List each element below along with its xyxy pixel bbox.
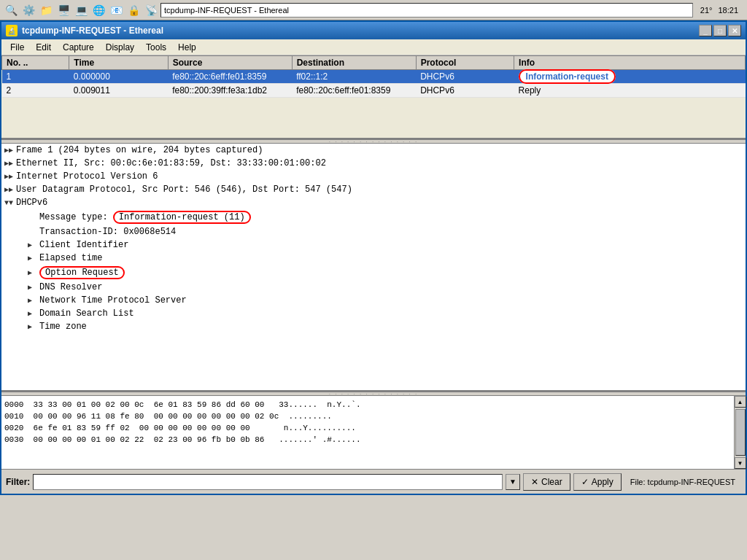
filter-bar: Filter: ▼ ✕ Clear ✓ Apply File: tcpdump-… (1, 469, 746, 494)
tree-arrow-dns: ▶ (28, 283, 36, 292)
scroll-thumb[interactable] (735, 409, 746, 456)
tree-arrow-ntp: ▶ (28, 296, 36, 305)
hex-row-2: 0020 6e fe 01 83 59 ff 02 00 00 00 00 00… (4, 422, 731, 434)
message-type-label: Message type: Information-request (11) (39, 211, 251, 224)
menu-capture[interactable]: Capture (57, 41, 100, 54)
tree-message-type[interactable]: Message type: Information-request (11) (1, 209, 746, 225)
packet-detail: ▶ Frame 1 (204 bytes on wire, 204 bytes … (1, 144, 746, 392)
hex-scrollbar[interactable]: ▲ ▼ (734, 396, 746, 469)
minimize-button[interactable]: _ (699, 25, 712, 36)
tree-transaction-id[interactable]: Transaction-ID: 0x0068e514 (1, 225, 746, 238)
col-source: Source (168, 56, 292, 70)
hex-row-3: 0030 00 00 00 00 01 00 02 22 02 23 00 96… (4, 434, 731, 446)
cell-source: fe80::200:39ff:fe3a:1db2 (168, 84, 292, 98)
filter-label: Filter: (6, 477, 30, 487)
taskbar-icon-1[interactable]: 🔍 (3, 2, 19, 18)
menu-edit[interactable]: Edit (30, 41, 57, 54)
hex-row-1: 0010 00 00 00 96 11 08 fe 80 00 00 00 00… (4, 411, 731, 422)
udp-label: User Datagram Protocol, Src Port: 546 (5… (16, 184, 352, 195)
frame-label: Frame 1 (204 bytes on wire, 204 bytes ca… (16, 145, 263, 155)
taskbar-icon-3[interactable]: 📁 (38, 2, 54, 18)
taskbar-icon-9[interactable]: 📡 (143, 2, 159, 18)
col-time: Time (69, 56, 168, 70)
cell-source: fe80::20c:6eff:fe01:8359 (168, 70, 292, 84)
file-info: File: tcpdump-INF-REQUEST (624, 478, 741, 486)
clear-label: Clear (541, 477, 562, 487)
tree-ethernet[interactable]: ▶ Ethernet II, Src: 00:0c:6e:01:83:59, D… (1, 157, 746, 170)
tree-frame[interactable]: ▶ Frame 1 (204 bytes on wire, 204 bytes … (1, 144, 746, 157)
dns-resolver-label: DNS Resolver (39, 282, 102, 292)
option-request-label: Option Request (39, 266, 125, 279)
info-highlight: Information-request (519, 69, 616, 84)
hex-dump-container: 0000 33 33 00 01 00 02 00 0c 6e 01 83 59… (1, 396, 746, 469)
option-request-highlight: Option Request (39, 266, 125, 279)
tree-arrow-client: ▶ (28, 241, 36, 249)
tree-option-request[interactable]: ▶ Option Request (1, 265, 746, 281)
cell-no: 2 (2, 84, 69, 98)
domain-search-label: Domain Search List (39, 308, 134, 319)
close-button[interactable]: ✕ (728, 25, 741, 36)
taskbar-icon-6[interactable]: 🌐 (90, 2, 107, 18)
ipv6-label: Internet Protocol Version 6 (16, 171, 158, 182)
taskbar-icon-4[interactable]: 🖥️ (55, 2, 71, 18)
menu-file[interactable]: File (4, 41, 30, 54)
tree-arrow-dhcpv6: ▼ (4, 199, 13, 207)
client-identifier-label: Client Identifier (39, 240, 128, 250)
app-title-controls[interactable]: _ □ ✕ (699, 25, 741, 36)
app-title-left: 🔬 tcpdump-INF-REQUEST - Ethereal (6, 25, 163, 36)
menu-tools[interactable]: Tools (140, 41, 172, 54)
taskbar-icon-8[interactable]: 🔒 (125, 2, 142, 18)
cell-info: Information-request (514, 70, 746, 84)
ntp-server-label: Network Time Protocol Server (39, 295, 187, 306)
maximize-button[interactable]: □ (713, 25, 727, 36)
app-title: tcpdump-INF-REQUEST - Ethereal (22, 26, 163, 36)
taskbar-icon-7[interactable]: 📧 (108, 2, 124, 18)
clock: 18:21 (718, 6, 738, 15)
taskbar-icon-2[interactable]: ⚙️ (20, 2, 36, 18)
tree-client-identifier[interactable]: ▶ Client Identifier (1, 238, 746, 252)
table-row[interactable]: 1 0.000000 fe80::20c:6eff:fe01:8359 ff02… (2, 70, 746, 84)
apply-icon: ✓ (581, 477, 589, 487)
scroll-down-btn[interactable]: ▼ (735, 457, 746, 469)
cell-protocol: DHCPv6 (416, 84, 514, 98)
tree-udp[interactable]: ▶ User Datagram Protocol, Src Port: 546 … (1, 183, 746, 196)
cell-time: 0.009011 (69, 84, 168, 98)
transaction-id-label: Transaction-ID: 0x0068e514 (39, 227, 176, 237)
clear-button[interactable]: ✕ Clear (523, 473, 570, 491)
tree-arrow-ipv6: ▶ (4, 172, 13, 181)
tree-arrow-domain: ▶ (28, 309, 36, 318)
system-taskbar: 🔍 ⚙️ 📁 🖥️ 💻 🌐 📧 🔒 📡 tcpdump-INF-REQUEST … (0, 0, 747, 20)
scroll-up-btn[interactable]: ▲ (735, 396, 746, 408)
apply-label: Apply (592, 477, 614, 487)
tree-domain-search[interactable]: ▶ Domain Search List (1, 307, 746, 320)
menu-bar: File Edit Capture Display Tools Help (1, 39, 746, 55)
cell-destination: fe80::20c:6eff:fe01:8359 (292, 84, 416, 98)
dhcpv6-label: DHCPv6 (16, 198, 47, 208)
menu-help[interactable]: Help (172, 41, 202, 54)
elapsed-time-label: Elapsed time (39, 253, 102, 263)
col-destination: Destination (292, 56, 416, 70)
filter-input[interactable] (33, 474, 503, 490)
packet-list: No. .. Time Source Destination Protocol … (1, 55, 746, 139)
clear-icon: ✕ (531, 477, 538, 487)
tree-arrow-frame: ▶ (4, 146, 13, 155)
cell-no: 1 (2, 70, 69, 84)
filter-dropdown[interactable]: ▼ (506, 474, 520, 490)
app-window: 🔬 tcpdump-INF-REQUEST - Ethereal _ □ ✕ F… (0, 20, 747, 495)
tree-dhcpv6[interactable]: ▼ DHCPv6 (1, 196, 746, 209)
taskbar-icon-5[interactable]: 💻 (73, 2, 89, 18)
table-row[interactable]: 2 0.009011 fe80::200:39ff:fe3a:1db2 fe80… (2, 84, 746, 98)
tree-arrow-tz: ▶ (28, 322, 36, 331)
col-info: Info (514, 56, 746, 70)
apply-button[interactable]: ✓ Apply (573, 473, 622, 491)
tree-ipv6[interactable]: ▶ Internet Protocol Version 6 (1, 170, 746, 183)
tree-elapsed-time[interactable]: ▶ Elapsed time (1, 252, 746, 265)
tree-timezone[interactable]: ▶ Time zone (1, 320, 746, 333)
cell-time: 0.000000 (69, 70, 168, 84)
cell-destination: ff02::1:2 (292, 70, 416, 84)
menu-display[interactable]: Display (100, 41, 140, 54)
ethernet-label: Ethernet II, Src: 00:0c:6e:01:83:59, Dst… (16, 158, 326, 168)
table-header-row: No. .. Time Source Destination Protocol … (2, 56, 746, 70)
tree-dns-resolver[interactable]: ▶ DNS Resolver (1, 281, 746, 294)
tree-ntp-server[interactable]: ▶ Network Time Protocol Server (1, 294, 746, 307)
